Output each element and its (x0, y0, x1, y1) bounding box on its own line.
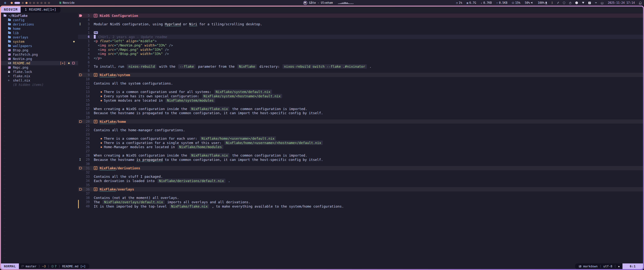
audio-visualizer (338, 2, 354, 4)
music-widget[interactable]: Gåte - Ulveham (303, 0, 354, 6)
unsaved-dot-badge (68, 62, 70, 64)
editor-line[interactable]: 5</p> (78, 56, 643, 60)
editor-line[interactable]: 312NixFlake/derivations (78, 166, 643, 170)
editor-line[interactable]: 40It is then imported by the top-level N… (78, 204, 643, 208)
mic-icon (546, 1, 547, 4)
editor-line[interactable]: 10 (78, 77, 643, 81)
editor-line[interactable]: 6 (78, 60, 643, 65)
editor-line[interactable]: 2 <img src="/NeoVim.png" width="33%" /> (78, 43, 643, 47)
tree-item-flake-nix[interactable]: ❄flake.nix (1, 74, 78, 78)
tree-item-label: Btop.png (13, 48, 28, 52)
workspace-dot-5[interactable] (29, 2, 31, 4)
workspace-dot-3[interactable] (22, 2, 24, 4)
tree-item-lib[interactable]: lib (1, 31, 78, 35)
editor-line[interactable]: 1<p float="left" align="middle"> (78, 39, 643, 43)
editor-line[interactable]: 28When creating a NixOS configuration in… (78, 153, 643, 158)
editor-line[interactable]: 51NixOS Configuration (78, 14, 643, 18)
workspace-dot-10[interactable] (48, 2, 50, 4)
workspace-dot-9[interactable] (44, 2, 46, 4)
workspace-dot-6[interactable] (33, 2, 35, 4)
tree-item-btop-png[interactable]: Btop.png (1, 48, 78, 52)
sign-column (78, 56, 84, 60)
line-number: 14 (84, 94, 90, 98)
editor-line[interactable]: 362NixFlake/overlays (78, 187, 643, 191)
workspace-dot-1[interactable] (11, 2, 13, 4)
text-segment: "/Btop.png" (116, 52, 138, 56)
editor-line[interactable]: 22Contains all the home-manager configur… (78, 128, 643, 132)
editor-line[interactable]: 24●There is a common configuration for e… (78, 136, 643, 141)
network-icon[interactable]: ☍ (557, 1, 559, 5)
tree-item--8-hidden-items-[interactable]: (8 hidden items) (1, 82, 78, 87)
bluetooth-icon[interactable]: ᛒ (551, 1, 553, 5)
editor-line[interactable]: 32 (78, 170, 643, 175)
editor-line[interactable]: 4 <img src="/Btop.png" width="33%" /> (78, 52, 643, 56)
editor-line[interactable]: 4 (78, 18, 643, 22)
editor-line[interactable]: 26●Home-Manager modules are located in N… (78, 145, 643, 149)
editor-line[interactable]: 12 (78, 85, 643, 90)
editor-line[interactable]: 16 (78, 102, 643, 107)
workspace-dot-7[interactable] (37, 2, 39, 4)
shield-icon[interactable] (563, 2, 565, 4)
text-segment: NixFlake/overlays/default.nix (102, 200, 164, 204)
sign-column (78, 128, 84, 132)
editor-line[interactable]: I3Modular NixOS configuration, using Hyp… (78, 22, 643, 26)
keys-icon[interactable] (569, 2, 571, 4)
editor-line[interactable]: 8 (78, 69, 643, 73)
editor-line[interactable]: 34Each derivation is loaded into NixFlak… (78, 179, 643, 183)
editor-line[interactable]: 202NixFlake/home (78, 119, 643, 124)
editor-line[interactable]: 92NixFlake/system (78, 73, 643, 77)
editor-line[interactable]: 18Because the hostname is propagated to … (78, 111, 643, 115)
editor-line[interactable]: 37 (78, 191, 643, 196)
tree-item-home[interactable]: home (1, 27, 78, 31)
editor-line[interactable]: 15●System modules are located in NixFlak… (78, 98, 643, 102)
tree-item-flake-lock[interactable]: flake.lock (1, 70, 78, 74)
editor-line[interactable]: 21 (78, 123, 643, 128)
tree-item-derivations[interactable]: derivations (1, 22, 78, 27)
editor-line[interactable]: 25●There is a configuration for a single… (78, 141, 643, 145)
tree-item-rmpc-png[interactable]: Rmpc.png (1, 65, 78, 70)
editor-line[interactable]: 1PNG (78, 30, 643, 35)
tree-item-wallpapers[interactable]: wallpapers (1, 44, 78, 48)
tree-item-config[interactable]: config (1, 18, 78, 22)
tree-item-fastfetch-png[interactable]: FastFetch.png (1, 52, 78, 57)
bell-icon[interactable] (639, 2, 642, 4)
vpn-icon[interactable] (582, 2, 584, 4)
workspace-dot-4[interactable] (26, 2, 28, 4)
line-number: 4 (84, 52, 90, 56)
editor-line[interactable]: 27 (78, 149, 643, 153)
editor-line[interactable]: 17When creating a NixOS configuration in… (78, 107, 643, 111)
editor-line[interactable]: 3 <img src="/Rmpc.png" width="33%" /> (78, 47, 643, 52)
editor-line[interactable]: 35 (78, 183, 643, 187)
check-icon[interactable]: ✓ (575, 2, 578, 4)
editor-line[interactable]: 33Contains all the stuff I packaged. (78, 175, 643, 179)
editor-line[interactable]: I29Because the hostname is propagated to… (78, 158, 643, 162)
tree-item--nixflake[interactable]: ~/NixFlake (1, 14, 78, 18)
tree-item-overlays[interactable]: overlays (1, 35, 78, 39)
keyboard-icon[interactable]: ⌨ (595, 1, 597, 5)
zellij-icon[interactable]: Z (588, 2, 591, 4)
editor-line[interactable]: 14●Every system has its own special conf… (78, 94, 643, 98)
editor-line[interactable]: 2 (78, 26, 643, 31)
tree-item-readme-md[interactable]: M↓README.md[+] (1, 61, 78, 65)
editor-line[interactable]: 7To install, run nixos-rebuild with the … (78, 64, 643, 69)
editor-line[interactable]: 13●There is a common configuration used … (78, 90, 643, 94)
editor-line[interactable]: 38Contains (not at the moment) all overl… (78, 196, 643, 200)
tree-item-shell-nix[interactable]: ❄shell.nix (1, 78, 78, 82)
editor-line[interactable]: 39The NixFlake/overlays/default.nix impo… (78, 200, 643, 204)
editor-line[interactable]: 30 (78, 162, 643, 166)
tab-readme[interactable]: 1 README.md[1+] (20, 7, 60, 13)
editor-line[interactable]: 6ChUrl, 2 years ago - Update readme (78, 35, 643, 39)
editor-buffer[interactable]: 51NixOS Configuration4I3Modular NixOS co… (78, 13, 643, 263)
workspace-dot-2[interactable] (14, 2, 20, 4)
text-segment: p (98, 56, 100, 60)
tree-item-neovim-png[interactable]: NeoVim.png (1, 57, 78, 61)
sign-column: I (78, 22, 84, 26)
editor-line[interactable]: 11Contains all the system configurations… (78, 81, 643, 86)
workspace-dot-8[interactable] (40, 2, 42, 4)
text-segment: = (114, 43, 116, 47)
sign-column (78, 81, 84, 86)
ethernet-icon[interactable] (601, 2, 604, 4)
tree-item-system[interactable]: system (1, 39, 78, 44)
editor-line[interactable]: 23 (78, 132, 643, 137)
editor-line[interactable]: 19 (78, 115, 643, 119)
